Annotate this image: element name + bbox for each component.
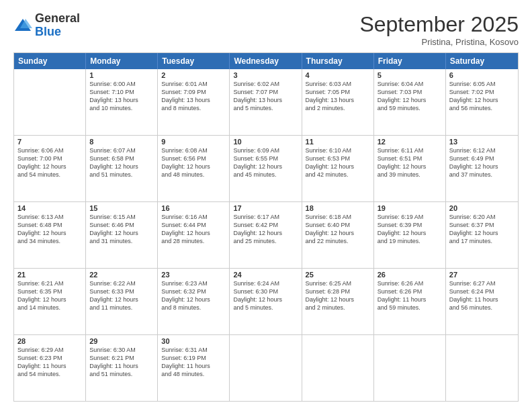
day-info: Sunrise: 6:22 AM Sunset: 6:33 PM Dayligh… — [89, 279, 154, 312]
calendar-cell: 2Sunrise: 6:01 AM Sunset: 7:09 PM Daylig… — [158, 69, 230, 135]
calendar-cell: 14Sunrise: 6:13 AM Sunset: 6:48 PM Dayli… — [14, 202, 86, 268]
day-info: Sunrise: 6:08 AM Sunset: 6:56 PM Dayligh… — [161, 146, 226, 179]
day-info: Sunrise: 6:21 AM Sunset: 6:35 PM Dayligh… — [17, 279, 82, 312]
calendar-cell: 22Sunrise: 6:22 AM Sunset: 6:33 PM Dayli… — [86, 269, 158, 334]
calendar-cell: 9Sunrise: 6:08 AM Sunset: 6:56 PM Daylig… — [158, 136, 230, 201]
day-number: 8 — [89, 138, 154, 146]
calendar-cell: 18Sunrise: 6:18 AM Sunset: 6:40 PM Dayli… — [302, 202, 374, 268]
day-info: Sunrise: 6:23 AM Sunset: 6:32 PM Dayligh… — [161, 279, 226, 312]
day-info: Sunrise: 6:04 AM Sunset: 7:03 PM Dayligh… — [378, 80, 442, 113]
calendar-cell: 16Sunrise: 6:16 AM Sunset: 6:44 PM Dayli… — [158, 202, 230, 268]
logo-icon — [13, 16, 32, 35]
day-number: 4 — [306, 71, 370, 79]
day-info: Sunrise: 6:09 AM Sunset: 6:55 PM Dayligh… — [233, 146, 298, 179]
logo-general: General — [35, 12, 80, 26]
day-info: Sunrise: 6:05 AM Sunset: 7:02 PM Dayligh… — [449, 80, 515, 113]
calendar-cell: 7Sunrise: 6:06 AM Sunset: 7:00 PM Daylig… — [14, 136, 86, 201]
day-info: Sunrise: 6:29 AM Sunset: 6:23 PM Dayligh… — [17, 346, 82, 379]
day-number: 6 — [449, 71, 515, 79]
header-day-sunday: Sunday — [14, 53, 86, 69]
calendar-cell: 10Sunrise: 6:09 AM Sunset: 6:55 PM Dayli… — [230, 136, 302, 201]
day-info: Sunrise: 6:16 AM Sunset: 6:44 PM Dayligh… — [161, 213, 226, 246]
day-number: 25 — [306, 271, 370, 279]
day-info: Sunrise: 6:15 AM Sunset: 6:46 PM Dayligh… — [89, 213, 154, 246]
month-title: September 2025 — [359, 12, 519, 37]
calendar-cell: 26Sunrise: 6:26 AM Sunset: 6:26 PM Dayli… — [374, 269, 446, 334]
calendar-cell: 28Sunrise: 6:29 AM Sunset: 6:23 PM Dayli… — [14, 335, 86, 401]
calendar-body: 1Sunrise: 6:00 AM Sunset: 7:10 PM Daylig… — [14, 69, 518, 401]
header-day-monday: Monday — [86, 53, 158, 69]
calendar-cell: 12Sunrise: 6:11 AM Sunset: 6:51 PM Dayli… — [374, 136, 446, 201]
day-number: 3 — [233, 71, 298, 79]
day-number: 18 — [306, 204, 370, 212]
calendar-header: SundayMondayTuesdayWednesdayThursdayFrid… — [14, 53, 518, 69]
calendar-cell: 29Sunrise: 6:30 AM Sunset: 6:21 PM Dayli… — [86, 335, 158, 401]
calendar-cell: 27Sunrise: 6:27 AM Sunset: 6:24 PM Dayli… — [446, 269, 518, 334]
day-number: 26 — [378, 271, 442, 279]
day-info: Sunrise: 6:24 AM Sunset: 6:30 PM Dayligh… — [233, 279, 298, 312]
header-day-wednesday: Wednesday — [230, 53, 302, 69]
day-info: Sunrise: 6:02 AM Sunset: 7:07 PM Dayligh… — [233, 80, 298, 113]
day-number: 14 — [17, 204, 82, 212]
day-number: 12 — [378, 138, 442, 146]
day-number: 9 — [161, 138, 226, 146]
day-number: 27 — [449, 271, 515, 279]
calendar-cell: 1Sunrise: 6:00 AM Sunset: 7:10 PM Daylig… — [86, 69, 158, 135]
day-info: Sunrise: 6:00 AM Sunset: 7:10 PM Dayligh… — [89, 80, 154, 113]
calendar-cell: 6Sunrise: 6:05 AM Sunset: 7:02 PM Daylig… — [446, 69, 518, 135]
calendar-cell: 20Sunrise: 6:20 AM Sunset: 6:37 PM Dayli… — [446, 202, 518, 268]
page: General Blue September 2025 Pristina, Pr… — [0, 0, 532, 411]
day-info: Sunrise: 6:18 AM Sunset: 6:40 PM Dayligh… — [306, 213, 370, 246]
calendar-cell: 17Sunrise: 6:17 AM Sunset: 6:42 PM Dayli… — [230, 202, 302, 268]
day-number: 1 — [89, 71, 154, 79]
calendar-week-3: 14Sunrise: 6:13 AM Sunset: 6:48 PM Dayli… — [14, 201, 518, 268]
day-number: 28 — [17, 337, 82, 345]
day-number: 30 — [161, 337, 226, 345]
day-number: 2 — [161, 71, 226, 79]
day-info: Sunrise: 6:30 AM Sunset: 6:21 PM Dayligh… — [89, 346, 154, 379]
day-number: 29 — [89, 337, 154, 345]
day-number: 11 — [306, 138, 370, 146]
day-info: Sunrise: 6:11 AM Sunset: 6:51 PM Dayligh… — [378, 146, 442, 179]
calendar-cell — [374, 335, 446, 401]
day-info: Sunrise: 6:03 AM Sunset: 7:05 PM Dayligh… — [306, 80, 370, 113]
calendar-cell — [14, 69, 86, 135]
title-area: September 2025 Pristina, Pristina, Kosov… — [359, 12, 519, 47]
day-info: Sunrise: 6:06 AM Sunset: 7:00 PM Dayligh… — [17, 146, 82, 179]
day-number: 15 — [89, 204, 154, 212]
day-info: Sunrise: 6:01 AM Sunset: 7:09 PM Dayligh… — [161, 80, 226, 113]
day-number: 22 — [89, 271, 154, 279]
calendar-cell: 5Sunrise: 6:04 AM Sunset: 7:03 PM Daylig… — [374, 69, 446, 135]
calendar-week-1: 1Sunrise: 6:00 AM Sunset: 7:10 PM Daylig… — [14, 69, 518, 135]
calendar: SundayMondayTuesdayWednesdayThursdayFrid… — [13, 52, 519, 402]
calendar-cell: 11Sunrise: 6:10 AM Sunset: 6:53 PM Dayli… — [302, 136, 374, 201]
day-info: Sunrise: 6:20 AM Sunset: 6:37 PM Dayligh… — [449, 213, 515, 246]
header-day-saturday: Saturday — [446, 53, 518, 69]
day-info: Sunrise: 6:19 AM Sunset: 6:39 PM Dayligh… — [378, 213, 442, 246]
calendar-cell: 13Sunrise: 6:12 AM Sunset: 6:49 PM Dayli… — [446, 136, 518, 201]
header-day-friday: Friday — [374, 53, 446, 69]
day-number: 5 — [378, 71, 442, 79]
day-number: 17 — [233, 204, 298, 212]
day-info: Sunrise: 6:12 AM Sunset: 6:49 PM Dayligh… — [449, 146, 515, 179]
calendar-cell — [446, 335, 518, 401]
header-day-thursday: Thursday — [302, 53, 374, 69]
calendar-cell: 8Sunrise: 6:07 AM Sunset: 6:58 PM Daylig… — [86, 136, 158, 201]
calendar-cell: 23Sunrise: 6:23 AM Sunset: 6:32 PM Dayli… — [158, 269, 230, 334]
day-number: 10 — [233, 138, 298, 146]
calendar-cell — [230, 335, 302, 401]
day-info: Sunrise: 6:13 AM Sunset: 6:48 PM Dayligh… — [17, 213, 82, 246]
day-number: 7 — [17, 138, 82, 146]
calendar-cell: 30Sunrise: 6:31 AM Sunset: 6:19 PM Dayli… — [158, 335, 230, 401]
day-number: 21 — [17, 271, 82, 279]
day-number: 16 — [161, 204, 226, 212]
logo-blue: Blue — [35, 26, 80, 39]
calendar-week-2: 7Sunrise: 6:06 AM Sunset: 7:00 PM Daylig… — [14, 135, 518, 201]
day-number: 24 — [233, 271, 298, 279]
day-number: 13 — [449, 138, 515, 146]
calendar-cell — [302, 335, 374, 401]
location-subtitle: Pristina, Pristina, Kosovo — [359, 37, 519, 47]
logo-text: General Blue — [35, 12, 80, 39]
day-info: Sunrise: 6:17 AM Sunset: 6:42 PM Dayligh… — [233, 213, 298, 246]
calendar-cell: 19Sunrise: 6:19 AM Sunset: 6:39 PM Dayli… — [374, 202, 446, 268]
